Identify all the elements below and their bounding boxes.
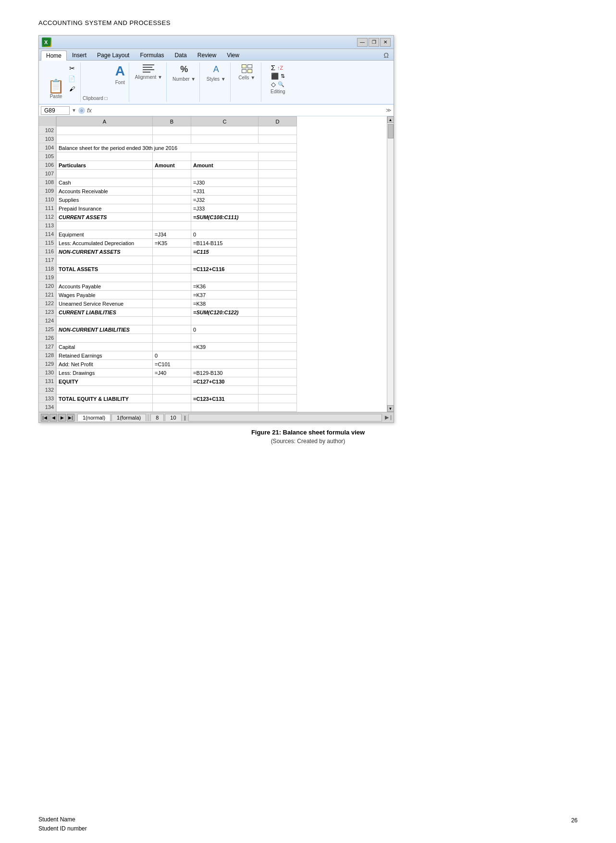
cell-108-c[interactable]: =J30 — [191, 178, 259, 187]
cell-114-d[interactable] — [259, 230, 297, 239]
cell-118-d[interactable] — [259, 265, 297, 273]
cell-110-d[interactable] — [259, 196, 297, 204]
tab-data[interactable]: Data — [169, 50, 192, 60]
cell-120-c[interactable]: =K36 — [191, 282, 259, 291]
sheet-nav-next[interactable]: ▶ — [58, 414, 66, 422]
cell-115-a[interactable]: Less: Accumulated Depreciation — [57, 239, 153, 248]
sheet-nav-prev[interactable]: ◀ — [49, 414, 57, 422]
cell-134-b[interactable] — [153, 403, 191, 412]
cell-129-c[interactable] — [191, 360, 259, 369]
cell-108-d[interactable] — [259, 178, 297, 187]
cell-131-d[interactable] — [259, 377, 297, 386]
cell-107-b[interactable] — [153, 170, 191, 178]
cell-131-c[interactable]: =C127+C130 — [191, 377, 259, 386]
cell-124-b[interactable] — [153, 317, 191, 325]
cell-127-b[interactable] — [153, 343, 191, 351]
cell-120-b[interactable] — [153, 282, 191, 291]
cell-119-a[interactable] — [57, 273, 153, 282]
cell-125-a[interactable]: NON-CURRENT LIABILITIES — [57, 325, 153, 334]
cell-112-c[interactable]: =SUM(C108:C111) — [191, 213, 259, 222]
cell-128-b[interactable]: 0 — [153, 351, 191, 360]
horizontal-scrollbar[interactable] — [188, 414, 382, 422]
cell-125-c[interactable]: 0 — [191, 325, 259, 334]
cell-114-c[interactable]: 0 — [191, 230, 259, 239]
cell-133-c[interactable]: =C123+C131 — [191, 395, 259, 403]
cell-122-c[interactable]: =K38 — [191, 299, 259, 308]
cell-120-d[interactable] — [259, 282, 297, 291]
cell-109-b[interactable] — [153, 187, 191, 196]
cell-113-d[interactable] — [259, 222, 297, 230]
cell-118-b[interactable] — [153, 265, 191, 273]
cell-105-b[interactable] — [153, 152, 191, 161]
sheet-tab-1formala[interactable]: 1(formala) — [111, 414, 146, 421]
cell-112-b[interactable] — [153, 213, 191, 222]
cell-115-c[interactable]: =B114-B115 — [191, 239, 259, 248]
cell-108-b[interactable] — [153, 178, 191, 187]
cell-124-c[interactable] — [191, 317, 259, 325]
cell-114-a[interactable]: Equipment — [57, 230, 153, 239]
cell-119-d[interactable] — [259, 273, 297, 282]
cell-131-a[interactable]: EQUITY — [57, 377, 153, 386]
cell-119-c[interactable] — [191, 273, 259, 282]
scroll-thumb[interactable] — [388, 124, 394, 138]
formula-dropdown-arrow[interactable]: ▼ — [72, 108, 76, 113]
cell-127-d[interactable] — [259, 343, 297, 351]
cell-102-d[interactable] — [259, 126, 297, 135]
cell-105-c[interactable] — [191, 152, 259, 161]
cell-106-c[interactable]: Amount — [191, 161, 259, 170]
cell-133-b[interactable] — [153, 395, 191, 403]
cell-133-d[interactable] — [259, 395, 297, 403]
cell-132-d[interactable] — [259, 386, 297, 395]
cell-126-c[interactable] — [191, 334, 259, 343]
number-icon[interactable]: % — [179, 63, 189, 75]
cell-110-b[interactable] — [153, 196, 191, 204]
cell-109-d[interactable] — [259, 187, 297, 196]
cell-123-b[interactable] — [153, 308, 191, 317]
cells-icon[interactable] — [241, 63, 253, 74]
cell-117-d[interactable] — [259, 256, 297, 265]
tab-view[interactable]: View — [222, 50, 245, 60]
cell-105-d[interactable] — [259, 152, 297, 161]
cell-105-a[interactable] — [57, 152, 153, 161]
cell-126-a[interactable] — [57, 334, 153, 343]
cell-127-c[interactable]: =K39 — [191, 343, 259, 351]
alignment-icon[interactable] — [142, 63, 155, 74]
styles-icon[interactable]: A — [212, 63, 220, 75]
sheet-tab-1normal[interactable]: 1(normal) — [77, 414, 111, 421]
cell-117-a[interactable] — [57, 256, 153, 265]
cell-103-b[interactable] — [153, 135, 191, 144]
formula-input[interactable] — [94, 107, 384, 114]
cell-113-b[interactable] — [153, 222, 191, 230]
cell-116-b[interactable] — [153, 248, 191, 256]
paste-button[interactable]: 📋 Paste — [47, 79, 65, 100]
cell-121-a[interactable]: Wages Payable — [57, 291, 153, 299]
cell-130-b[interactable]: =J40 — [153, 369, 191, 377]
cell-122-d[interactable] — [259, 299, 297, 308]
cell-122-a[interactable]: Unearned Service Revenue — [57, 299, 153, 308]
sheet-nav-last[interactable]: ▶| — [67, 414, 74, 422]
cell-129-a[interactable]: Add: Net Profit — [57, 360, 153, 369]
format-painter-button[interactable]: 🖌 — [67, 85, 76, 93]
cell-121-b[interactable] — [153, 291, 191, 299]
scroll-down-arrow[interactable]: ▼ — [387, 405, 394, 412]
cell-111-b[interactable] — [153, 204, 191, 213]
cell-108-a[interactable]: Cash — [57, 178, 153, 187]
cell-115-d[interactable] — [259, 239, 297, 248]
cell-107-c[interactable] — [191, 170, 259, 178]
cell-115-b[interactable]: =K35 — [153, 239, 191, 248]
cell-110-a[interactable]: Supplies — [57, 196, 153, 204]
vertical-scrollbar[interactable]: ▲ ▼ — [387, 116, 394, 412]
cell-123-c[interactable]: =SUM(C120:C122) — [191, 308, 259, 317]
tab-home[interactable]: Home — [41, 50, 67, 61]
cell-125-d[interactable] — [259, 325, 297, 334]
cell-103-d[interactable] — [259, 135, 297, 144]
cell-119-b[interactable] — [153, 273, 191, 282]
sheet-tab-10[interactable]: 10 — [165, 414, 181, 421]
cell-102-c[interactable] — [191, 126, 259, 135]
cell-126-d[interactable] — [259, 334, 297, 343]
cell-134-a[interactable] — [57, 403, 153, 412]
cell-116-c[interactable]: =C115 — [191, 248, 259, 256]
sheet-nav-first[interactable]: |◀ — [41, 414, 49, 422]
cell-122-b[interactable] — [153, 299, 191, 308]
cell-117-c[interactable] — [191, 256, 259, 265]
